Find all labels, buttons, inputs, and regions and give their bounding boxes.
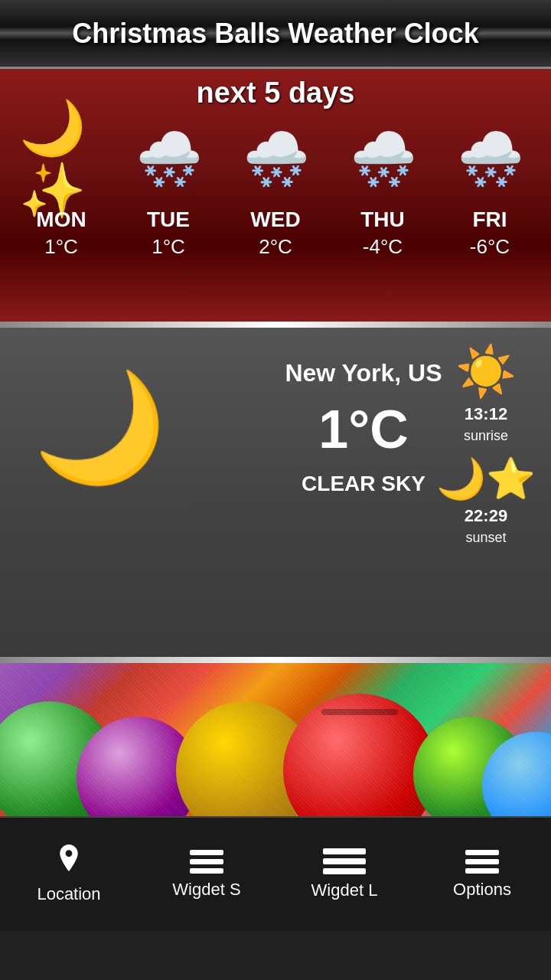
divider-1 <box>0 322 551 328</box>
forecast-temp-wed: 2°C <box>259 235 292 259</box>
forecast-icon-wed: 🌨️ <box>233 117 318 201</box>
forecast-temp-mon: 1°C <box>44 235 78 259</box>
hamburger-large-icon <box>323 848 366 874</box>
sun-icon: ☀️ <box>455 343 517 400</box>
sunset-time: 22:29 <box>465 506 507 526</box>
christmas-balls-section <box>0 663 551 816</box>
divider-2 <box>0 657 551 663</box>
city-name: New York, US <box>285 359 442 387</box>
forecast-day-wed: 🌨️ WED 2°C <box>226 117 325 259</box>
forecast-icon-fri: 🌨️ <box>448 117 532 201</box>
sunrise-label: sunrise <box>464 428 508 444</box>
app-header: Christmas Balls Weather Clock <box>0 0 551 69</box>
forecast-temp-tue: 1°C <box>152 235 185 259</box>
app-title: Christmas Balls Weather Clock <box>72 18 479 50</box>
nav-label-options: Options <box>453 880 511 900</box>
nav-item-location[interactable]: Location <box>2 844 136 904</box>
nav-item-widget-s[interactable]: Wigdet S <box>140 850 274 900</box>
forecast-icon-thu: 🌨️ <box>341 117 425 201</box>
bottom-navigation: Location Wigdet S Wigdet L Options <box>0 816 551 931</box>
forecast-name-fri: FRI <box>472 207 507 232</box>
current-weather-section: ☀️ 13:12 sunrise 🌙⭐ 22:29 sunset 🌙 New Y… <box>0 328 551 657</box>
forecast-icon-tue: 🌨️ <box>126 117 210 201</box>
forecast-name-mon: MON <box>36 207 86 232</box>
nav-label-location: Location <box>37 884 100 904</box>
forecast-name-thu: THU <box>360 207 405 232</box>
forecast-day-mon: 🌙✨ MON 1°C <box>11 117 111 259</box>
sun-moon-info: ☀️ 13:12 sunrise 🌙⭐ 22:29 sunset <box>436 343 536 546</box>
sunset-label: sunset <box>465 530 506 546</box>
forecast-name-wed: WED <box>250 207 300 232</box>
forecast-section: next 5 days 🌙✨ MON 1°C 🌨️ TUE 1°C 🌨️ WED… <box>0 69 551 322</box>
forecast-temp-fri: -6°C <box>470 235 510 259</box>
current-temperature: 1°C <box>318 399 408 460</box>
location-pin-icon <box>55 844 83 878</box>
forecast-day-fri: 🌨️ FRI -6°C <box>440 117 540 259</box>
nav-label-widget-l: Wigdet L <box>311 880 378 900</box>
sunrise-time: 13:12 <box>465 404 507 424</box>
forecast-name-tue: TUE <box>147 207 190 232</box>
hamburger-small-icon <box>190 850 223 874</box>
forecast-day-thu: 🌨️ THU -4°C <box>333 117 432 259</box>
nav-item-widget-l[interactable]: Wigdet L <box>278 848 412 900</box>
current-weather-icon: 🌙 <box>15 343 184 511</box>
weather-description: CLEAR SKY <box>302 472 425 496</box>
forecast-temp-thu: -4°C <box>363 235 403 259</box>
nav-label-widget-s: Wigdet S <box>172 880 240 900</box>
forecast-title: next 5 days <box>197 77 355 109</box>
forecast-day-tue: 🌨️ TUE 1°C <box>119 117 218 259</box>
forecast-icon-mon: 🌙✨ <box>19 117 103 201</box>
forecast-days-container: 🌙✨ MON 1°C 🌨️ TUE 1°C 🌨️ WED 2°C 🌨️ THU … <box>0 117 551 259</box>
moon-small-icon: 🌙⭐ <box>436 456 536 502</box>
glitter-overlay <box>0 663 551 816</box>
hamburger-options-icon <box>465 850 499 874</box>
nav-item-options[interactable]: Options <box>416 850 549 900</box>
